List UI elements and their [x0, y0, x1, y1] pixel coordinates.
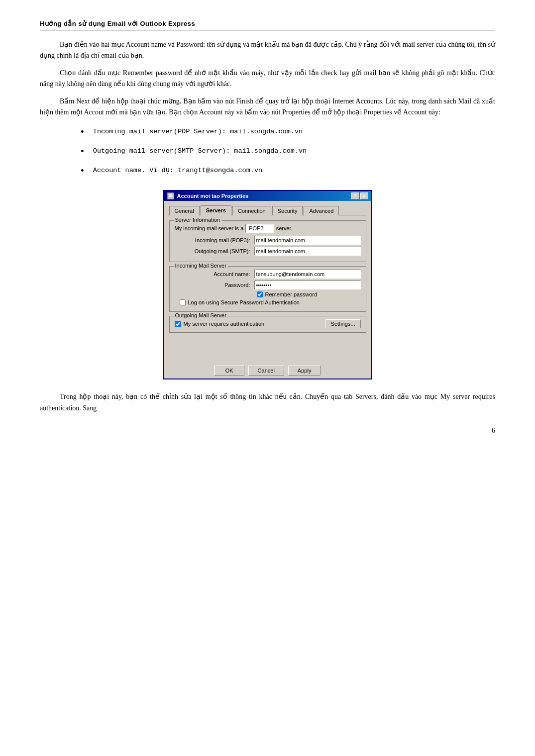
server-label2: server. [276, 225, 293, 231]
remember-password-row: Remember password [257, 291, 361, 297]
remember-password-label: Remember password [265, 291, 318, 297]
tab-connection[interactable]: Connection [232, 206, 271, 215]
dialog-footer: OK Cancel Apply [164, 362, 371, 378]
list-item-1: Incoming mail server(POP Server): mail.s… [80, 127, 495, 139]
outgoing-left: My server requires authentication [175, 321, 265, 327]
password-input[interactable] [254, 281, 361, 289]
page-header-title: Hướng dẫn sử dụng Email với Outlook Expr… [40, 20, 195, 27]
outgoing-mail-server-section: Outgoing Mail Server My server requires … [169, 316, 366, 333]
bottom-paragraph: Trong hộp thoại này, bạn có thể chỉnh sử… [40, 391, 495, 414]
log-on-label: Log on using Secure Password Authenticat… [188, 299, 300, 305]
my-server-label: My server requires authentication [184, 321, 265, 327]
tabs-row: General Servers Connection Security Adva… [169, 205, 366, 215]
close-button[interactable]: × [360, 192, 368, 199]
account-name-row: Account name: [175, 270, 361, 279]
account-name-input[interactable] [254, 270, 361, 279]
dialog-wrapper: ✉ Account moi tao Properties ? × General… [40, 190, 495, 379]
outgoing-mail-legend: Outgoing Mail Server [174, 312, 228, 318]
list-item-3: Account name. Ví dụ: trangtt@songda.com.… [80, 166, 495, 178]
titlebar-buttons[interactable]: ? × [351, 192, 368, 199]
server-info-section: Server Information My incoming mail serv… [169, 220, 366, 262]
ok-button[interactable]: OK [214, 366, 244, 376]
apply-button[interactable]: Apply [288, 366, 321, 376]
incoming-mail-legend: Incoming Mail Server [174, 263, 228, 269]
outgoing-smtp-input[interactable] [254, 247, 361, 256]
dialog-titlebar: ✉ Account moi tao Properties ? × [164, 191, 371, 201]
incoming-pop3-input[interactable] [254, 236, 361, 245]
tab-advanced[interactable]: Advanced [304, 206, 339, 215]
paragraph-3: Bấm Next để hiện hộp thoại chúc mừng. Bạ… [40, 96, 495, 118]
dialog-icon: ✉ [167, 192, 174, 199]
password-row: Password: [175, 281, 361, 289]
list-item-2: Outgoing mail server(SMTP Server): mail.… [80, 146, 495, 159]
tab-general[interactable]: General [169, 206, 200, 215]
account-name-label: Account name: [175, 271, 254, 277]
paragraph-2: Chọn đánh dấu mục Remember password để n… [40, 68, 495, 90]
incoming-mail-server-section: Incoming Mail Server Account name: Passw… [169, 266, 366, 312]
help-button[interactable]: ? [351, 192, 359, 199]
spacer [169, 337, 366, 357]
page-footer: 6 [40, 420, 495, 435]
server-type-label: My incoming mail server is a [175, 225, 244, 231]
outgoing-smtp-row: Outgoing mail (SMTP): [175, 247, 361, 256]
server-type-row: My incoming mail server is a POP3 server… [175, 224, 361, 233]
tab-servers[interactable]: Servers [201, 205, 231, 215]
password-label: Password: [175, 282, 254, 288]
titlebar-left: ✉ Account moi tao Properties [167, 192, 249, 199]
incoming-pop3-row: Incoming mail (POP3): [175, 236, 361, 245]
bullet-list: Incoming mail server(POP Server): mail.s… [80, 127, 495, 178]
auth-checkbox[interactable] [175, 321, 181, 327]
cancel-button[interactable]: Cancel [248, 366, 284, 376]
paragraph-1: Bạn điền vào hai mục Account name và Pas… [40, 39, 495, 62]
outgoing-auth-row: My server requires authentication Settin… [175, 319, 361, 328]
server-info-legend: Server Information [174, 217, 221, 223]
settings-button[interactable]: Settings... [325, 319, 361, 328]
dialog-title: Account moi tao Properties [177, 193, 249, 199]
incoming-pop3-label: Incoming mail (POP3): [175, 237, 254, 243]
server-type-value: POP3 [245, 224, 274, 233]
tab-security[interactable]: Security [272, 206, 303, 215]
dialog-body: General Servers Connection Security Adva… [164, 201, 371, 362]
outgoing-smtp-label: Outgoing mail (SMTP): [175, 248, 254, 254]
log-on-row: Log on using Secure Password Authenticat… [180, 299, 361, 305]
remember-password-checkbox[interactable] [257, 291, 263, 297]
log-on-checkbox[interactable] [180, 299, 186, 305]
properties-dialog: ✉ Account moi tao Properties ? × General… [163, 190, 372, 379]
page-number: 6 [492, 427, 495, 435]
